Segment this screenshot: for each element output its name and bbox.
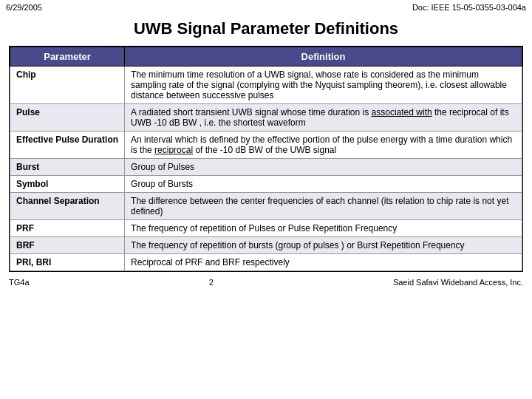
definition-cell: A radiated short transient UWB signal wh… [125, 104, 522, 132]
footer: TG4a 2 Saeid Safavi Wideband Access, Inc… [0, 275, 532, 290]
header-date: 6/29/2005 [6, 3, 42, 12]
param-cell: Pulse [10, 104, 125, 132]
definition-cell: Reciprocal of PRF and BRF respectively [125, 254, 522, 271]
table-row: BRFThe frequency of repetition of bursts… [10, 237, 522, 254]
table-row: PRFThe frequency of repetition of Pulses… [10, 220, 522, 237]
definitions-table: Parameter Definition ChipThe minimum tim… [10, 47, 522, 271]
col-header-definition: Definition [125, 47, 522, 66]
definition-cell: Group of Pulses [125, 159, 522, 176]
param-cell: Burst [10, 159, 125, 176]
table-row: Channel SeparationThe difference between… [10, 193, 522, 220]
param-cell: Symbol [10, 176, 125, 193]
table-row: ChipThe minimum time resolution of a UWB… [10, 66, 522, 104]
definitions-table-container: Parameter Definition ChipThe minimum tim… [9, 46, 523, 272]
table-header-row: Parameter Definition [10, 47, 522, 66]
definition-cell: The frequency of repetition of bursts (g… [125, 237, 522, 254]
param-cell: Effective Pulse Duration [10, 132, 125, 159]
definition-cell: The frequency of repetition of Pulses or… [125, 220, 522, 237]
definition-cell: The minimum time resolution of a UWB sig… [125, 66, 522, 104]
page-title: UWB Signal Parameter Definitions [0, 15, 532, 46]
param-cell: BRF [10, 237, 125, 254]
param-cell: Chip [10, 66, 125, 104]
footer-right: Saeid Safavi Wideband Access, Inc. [393, 278, 523, 287]
table-row: PRI, BRIReciprocal of PRF and BRF respec… [10, 254, 522, 271]
param-cell: Channel Separation [10, 193, 125, 220]
table-row: BurstGroup of Pulses [10, 159, 522, 176]
definition-cell: The difference between the center freque… [125, 193, 522, 220]
header-bar: 6/29/2005 Doc: IEEE 15-05-0355-03-004a [0, 0, 532, 15]
footer-center: 2 [30, 278, 393, 287]
table-row: Effective Pulse DurationAn interval whic… [10, 132, 522, 159]
header-doc: Doc: IEEE 15-05-0355-03-004a [412, 3, 526, 12]
param-cell: PRF [10, 220, 125, 237]
definition-cell: An interval which is defined by the effe… [125, 132, 522, 159]
footer-left: TG4a [9, 278, 30, 287]
definition-cell: Group of Bursts [125, 176, 522, 193]
param-cell: PRI, BRI [10, 254, 125, 271]
col-header-param: Parameter [10, 47, 125, 66]
table-row: PulseA radiated short transient UWB sign… [10, 104, 522, 132]
table-row: SymbolGroup of Bursts [10, 176, 522, 193]
